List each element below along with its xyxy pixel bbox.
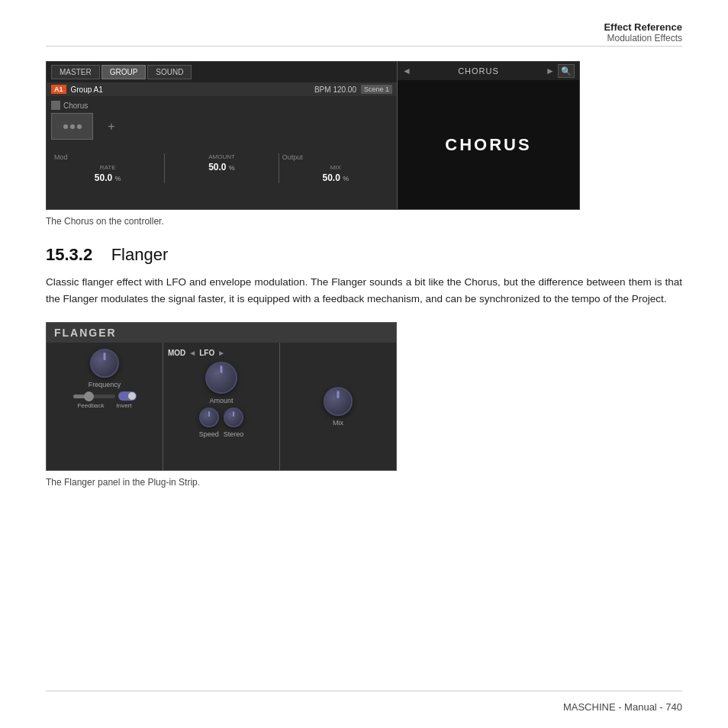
frequency-label: Frequency [89,381,121,388]
main-content: MASTER GROUP SOUND A1 Group A1 BPM 120.0… [46,61,682,682]
amount-value: 50.0 % [208,162,235,172]
chorus-left-panel: MASTER GROUP SOUND A1 Group A1 BPM 120.0… [47,62,398,209]
dot1 [63,124,68,129]
sound-btn[interactable]: SOUND [147,65,192,79]
flanger-screenshot: FLANGER Frequency [46,322,397,471]
flanger-main: Frequency Feedback Invert [47,343,396,470]
speed-knob[interactable] [199,407,219,427]
group-name: Group A1 [71,85,103,94]
top-separator [46,46,682,47]
flanger-caption: The Flanger panel in the Plug-in Strip. [46,477,682,488]
speed-stereo-row: Speed Stereo [199,407,244,441]
search-btn[interactable]: 🔍 [558,64,575,78]
bpm-info: BPM 120.00 [314,85,356,94]
flanger-title: FLANGER [54,327,117,339]
amount-param: AMOUNT 50.0 % [168,153,275,172]
footer-text: MASCHINE - Manual - 740 [563,701,682,713]
section-title: Flanger [111,245,169,264]
speed-label: Speed [199,430,219,438]
slider-thumb[interactable] [84,391,94,401]
amount-section: AMOUNT 50.0 % [165,153,278,183]
flanger-section-2: MOD ◄ LFO ► Amount Speed Stere [163,343,280,470]
bottom-separator [46,691,682,691]
add-plugin-btn[interactable]: + [104,119,119,134]
chorus-right-panel: ◄ CHORUS ► 🔍 CHORUS [398,62,579,209]
output-section: Output MIX 50.0 % [279,153,392,183]
amount-knob-container: Amount [205,362,237,404]
chorus-caption: The Chorus on the controller. [46,216,682,227]
chorus-right-nav: ◄ CHORUS ► 🔍 [398,62,579,80]
mod-prev-icon[interactable]: ◄ [188,349,196,357]
page-footer: MASCHINE - Manual - 740 [563,701,682,713]
prev-arrow-icon[interactable]: ◄ [402,66,411,76]
group-btn[interactable]: GROUP [101,65,147,79]
dot2 [70,124,75,129]
rate-value: 50.0 % [95,172,121,183]
search-icon: 🔍 [561,66,572,76]
stereo-label: Stereo [224,430,244,438]
params-sections: Mod RATE 50.0 % AMOUNT [51,153,392,183]
mod-next-icon[interactable]: ► [217,349,225,357]
invert-label: Invert [117,402,132,409]
feedback-area: Feedback Invert [51,391,158,409]
rate-param: RATE 50.0 % [54,164,161,183]
mix-param: MIX 50.0 % [282,164,389,183]
page-header: Effect Reference Modulation Effects [604,21,682,43]
mix-label: MIX [330,164,341,171]
header-title: Effect Reference [604,21,682,33]
section-number: 15.3.2 [46,245,92,264]
rate-label: RATE [100,164,116,171]
master-btn[interactable]: MASTER [51,65,100,79]
plugin-label: Chorus [51,101,392,110]
mod-section: Mod RATE 50.0 % [51,153,164,183]
feedback-slider-row [73,391,137,401]
frequency-knob-container: Frequency [89,349,121,388]
mix-knob-container: Mix [324,387,353,427]
chorus-plugin-area: Chorus + [47,96,397,144]
mix-knob[interactable] [324,387,353,416]
lfo-label: LFO [199,349,214,357]
chorus-params: Mod RATE 50.0 % AMOUNT [47,150,397,188]
feedback-labels: Feedback Invert [77,402,131,409]
toggle-knob [128,392,136,400]
flanger-section-3: Mix [280,343,396,470]
flanger-title-bar: FLANGER [47,323,396,343]
section-heading: 15.3.2 Flanger [46,245,682,265]
body-text: Classic flanger effect with LFO and enve… [46,274,682,307]
amount-knob[interactable] [205,362,237,394]
stereo-knob-container: Stereo [224,407,244,438]
stereo-knob[interactable] [224,407,243,427]
amount-label: AMOUNT [208,153,235,160]
mod-label: MOD [168,349,185,357]
mod-section-title: Mod [54,153,161,161]
chorus-group-bar: A1 Group A1 BPM 120.00 Scene 1 [47,82,397,96]
invert-toggle[interactable] [118,391,137,401]
next-arrow-icon[interactable]: ► [546,66,555,76]
chorus-nav-title: CHORUS [414,66,543,76]
flanger-section-1: Frequency Feedback Invert [47,343,163,470]
mix-value: 50.0 % [322,172,349,183]
feedback-label: Feedback [77,402,104,409]
header-subtitle: Modulation Effects [604,33,682,43]
plugin-slot[interactable] [51,113,93,140]
plugin-dots [63,124,82,129]
feedback-slider[interactable] [73,395,115,398]
chorus-title-area: CHORUS [398,80,579,209]
amount-label: Amount [209,397,233,404]
mod-header: MOD ◄ LFO ► [168,349,275,357]
chorus-main-title: CHORUS [445,135,531,155]
speed-knob-container: Speed [199,407,219,438]
dot3 [77,124,82,129]
group-badge: A1 [51,85,66,94]
mix-knob-label: Mix [333,419,343,427]
output-section-title: Output [282,153,389,161]
frequency-knob[interactable] [90,349,119,378]
chorus-nav-bar: MASTER GROUP SOUND [47,62,397,82]
chorus-screenshot: MASTER GROUP SOUND A1 Group A1 BPM 120.0… [46,61,580,210]
plugin-icon [51,101,60,110]
scene-badge: Scene 1 [361,85,392,94]
